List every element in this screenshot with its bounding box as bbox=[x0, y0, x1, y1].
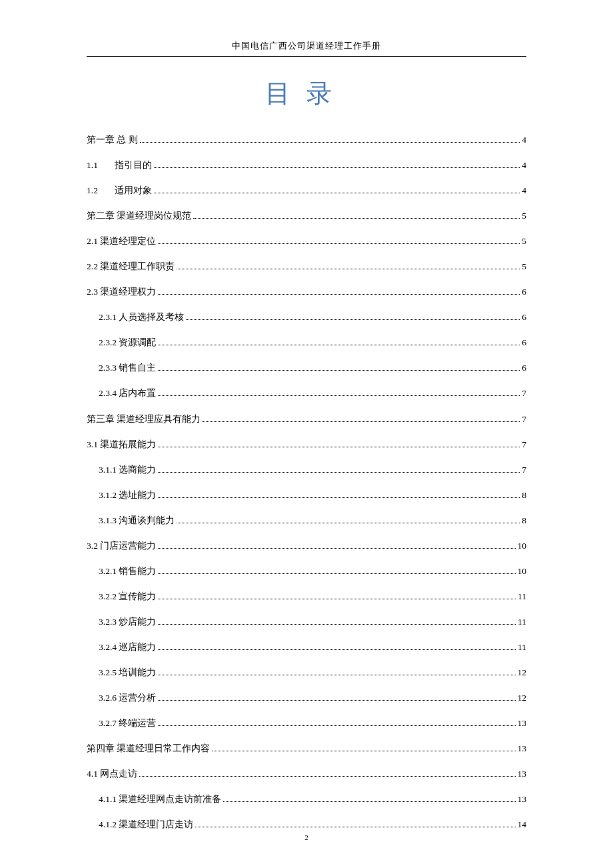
toc-label: 1.2适用对象 bbox=[87, 180, 152, 201]
toc-label: 第三章 渠道经理应具有能力 bbox=[87, 409, 201, 429]
toc-label: 4.1 网点走访 bbox=[87, 763, 137, 784]
toc-leader-dots bbox=[158, 649, 516, 650]
table-of-contents: 第一章 总 则41.1指引目的41.2适用对象4第二章 渠道经理岗位规范52.1… bbox=[87, 129, 526, 835]
toc-label: 4.1.2 渠道经理门店走访 bbox=[99, 814, 193, 835]
toc-label: 3.1 渠道拓展能力 bbox=[87, 434, 156, 455]
toc-leader-dots bbox=[158, 472, 520, 473]
toc-page-number: 6 bbox=[522, 307, 526, 327]
toc-leader-dots bbox=[158, 243, 520, 244]
toc-label: 2.3.1 人员选择及考核 bbox=[99, 307, 184, 327]
toc-page-number: 11 bbox=[518, 611, 526, 632]
toc-page-number: 6 bbox=[522, 357, 526, 378]
toc-leader-dots bbox=[158, 370, 520, 371]
toc-label: 2.1 渠道经理定位 bbox=[87, 231, 156, 251]
toc-page-number: 5 bbox=[522, 205, 526, 226]
toc-entry[interactable]: 2.3.1 人员选择及考核6 bbox=[87, 307, 526, 327]
toc-page-number: 13 bbox=[518, 763, 527, 784]
toc-entry[interactable]: 第一章 总 则4 bbox=[87, 129, 526, 150]
toc-entry[interactable]: 3.2.7 终端运营13 bbox=[87, 713, 526, 733]
toc-label: 3.2.3 炒店能力 bbox=[99, 611, 156, 632]
toc-entry[interactable]: 4.1 网点走访13 bbox=[87, 763, 526, 784]
toc-page-number: 6 bbox=[522, 281, 526, 302]
toc-entry[interactable]: 1.1指引目的4 bbox=[87, 155, 526, 175]
toc-leader-dots bbox=[158, 624, 516, 625]
toc-label: 3.2.4 巡店能力 bbox=[99, 637, 156, 657]
toc-leader-dots bbox=[158, 700, 515, 701]
toc-leader-dots bbox=[139, 776, 515, 777]
toc-leader-dots bbox=[158, 675, 515, 675]
toc-entry[interactable]: 2.3 渠道经理权力6 bbox=[87, 281, 526, 302]
toc-page-number: 4 bbox=[522, 155, 526, 175]
toc-entry[interactable]: 第四章 渠道经理日常工作内容13 bbox=[87, 738, 526, 759]
toc-page-number: 4 bbox=[522, 180, 526, 201]
toc-leader-dots bbox=[154, 193, 520, 193]
toc-entry[interactable]: 第三章 渠道经理应具有能力7 bbox=[87, 409, 526, 429]
page-number: 2 bbox=[0, 833, 613, 841]
toc-label: 1.1指引目的 bbox=[87, 155, 152, 175]
toc-leader-dots bbox=[140, 142, 520, 143]
toc-entry[interactable]: 4.1.1 渠道经理网点走访前准备13 bbox=[87, 789, 526, 809]
toc-entry[interactable]: 3.2.3 炒店能力11 bbox=[87, 611, 526, 632]
toc-entry[interactable]: 3.2.2 宣传能力11 bbox=[87, 586, 526, 607]
toc-label: 3.2 门店运营能力 bbox=[87, 535, 156, 556]
toc-page-number: 10 bbox=[518, 535, 527, 556]
toc-entry[interactable]: 3.2.1 销售能力10 bbox=[87, 561, 526, 581]
toc-page-number: 13 bbox=[518, 738, 527, 759]
toc-entry[interactable]: 3.1 渠道拓展能力7 bbox=[87, 434, 526, 455]
toc-entry[interactable]: 2.2 渠道经理工作职责5 bbox=[87, 256, 526, 277]
toc-label: 2.3 渠道经理权力 bbox=[87, 281, 156, 302]
toc-page-number: 13 bbox=[518, 789, 527, 809]
toc-page-number: 12 bbox=[518, 662, 527, 683]
toc-entry[interactable]: 3.2 门店运营能力10 bbox=[87, 535, 526, 556]
toc-entry[interactable]: 1.2适用对象4 bbox=[87, 180, 526, 201]
toc-leader-dots bbox=[158, 573, 515, 574]
toc-page-number: 14 bbox=[518, 814, 527, 835]
toc-entry[interactable]: 3.2.5 培训能力12 bbox=[87, 662, 526, 683]
toc-label: 第一章 总 则 bbox=[87, 129, 138, 150]
toc-page-number: 8 bbox=[522, 485, 526, 505]
toc-entry[interactable]: 2.3.2 资源调配6 bbox=[87, 332, 526, 353]
toc-page-number: 11 bbox=[518, 637, 526, 657]
toc-leader-dots bbox=[158, 395, 520, 396]
toc-label: 3.1.1 选商能力 bbox=[99, 459, 156, 480]
toc-leader-dots bbox=[158, 447, 520, 447]
toc-entry[interactable]: 第二章 渠道经理岗位规范5 bbox=[87, 205, 526, 226]
toc-label: 4.1.1 渠道经理网点走访前准备 bbox=[99, 789, 221, 809]
toc-page-number: 10 bbox=[518, 561, 527, 581]
toc-label: 2.3.2 资源调配 bbox=[99, 332, 156, 353]
toc-page-number: 4 bbox=[522, 129, 526, 150]
toc-leader-dots bbox=[195, 827, 515, 827]
toc-page-number: 5 bbox=[522, 256, 526, 277]
toc-page-number: 11 bbox=[518, 586, 526, 607]
page-title: 目录 bbox=[87, 77, 526, 111]
toc-label: 3.1.2 选址能力 bbox=[99, 485, 156, 505]
toc-entry[interactable]: 3.2.6 运营分析12 bbox=[87, 687, 526, 708]
toc-label: 3.2.2 宣传能力 bbox=[99, 586, 156, 607]
toc-leader-dots bbox=[203, 421, 520, 422]
toc-entry[interactable]: 3.1.1 选商能力7 bbox=[87, 459, 526, 480]
toc-leader-dots bbox=[154, 167, 520, 168]
toc-entry[interactable]: 4.1.2 渠道经理门店走访14 bbox=[87, 814, 526, 835]
toc-page-number: 7 bbox=[522, 434, 526, 455]
toc-label: 3.2.6 运营分析 bbox=[99, 687, 156, 708]
toc-label: 3.2.7 终端运营 bbox=[99, 713, 156, 733]
toc-leader-dots bbox=[158, 345, 520, 345]
toc-label: 2.3.3 销售自主 bbox=[99, 357, 156, 378]
toc-entry[interactable]: 3.2.4 巡店能力11 bbox=[87, 637, 526, 657]
toc-page-number: 7 bbox=[522, 459, 526, 480]
toc-leader-dots bbox=[186, 319, 520, 320]
toc-leader-dots bbox=[177, 523, 520, 523]
toc-label: 第二章 渠道经理岗位规范 bbox=[87, 205, 191, 226]
toc-label: 3.2.1 销售能力 bbox=[99, 561, 156, 581]
toc-leader-dots bbox=[158, 497, 520, 498]
toc-leader-dots bbox=[158, 548, 515, 549]
toc-entry[interactable]: 2.3.4 店内布置7 bbox=[87, 383, 526, 403]
toc-entry[interactable]: 3.1.2 选址能力8 bbox=[87, 485, 526, 505]
toc-entry[interactable]: 3.1.3 沟通谈判能力8 bbox=[87, 510, 526, 531]
toc-page-number: 7 bbox=[522, 383, 526, 403]
toc-leader-dots bbox=[158, 599, 516, 599]
toc-page-number: 7 bbox=[522, 409, 526, 429]
toc-entry[interactable]: 2.1 渠道经理定位5 bbox=[87, 231, 526, 251]
toc-entry[interactable]: 2.3.3 销售自主6 bbox=[87, 357, 526, 378]
toc-page-number: 13 bbox=[518, 713, 527, 733]
